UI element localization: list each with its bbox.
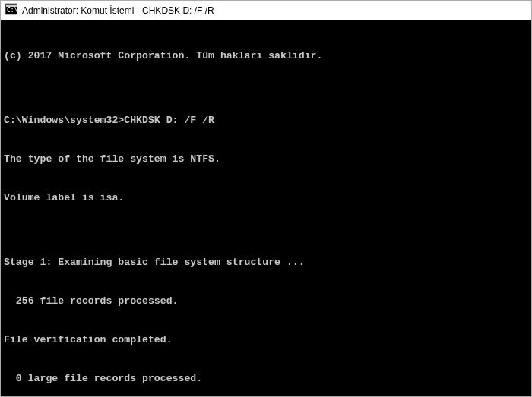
terminal-output[interactable]: (c) 2017 Microsoft Corporation. Tüm hakl… — [1, 20, 531, 396]
command-prompt-window: C:\ Administrator: Komut İstemi - CHKDSK… — [0, 0, 532, 397]
output-line: Volume label is isa. — [4, 191, 528, 204]
output-line: (c) 2017 Microsoft Corporation. Tüm hakl… — [4, 49, 528, 62]
output-line: 256 file records processed. — [4, 295, 528, 307]
output-line: The type of the file system is NTFS. — [4, 153, 528, 165]
cmd-icon: C:\ — [5, 3, 17, 18]
output-line: 0 large file records processed. — [4, 372, 528, 385]
titlebar[interactable]: C:\ Administrator: Komut İstemi - CHKDSK… — [1, 1, 531, 20]
output-line: File verification completed. — [4, 333, 528, 346]
output-line: C:\Windows\system32>CHKDSK D: /F /R — [4, 114, 528, 127]
output-line: Stage 1: Examining basic file system str… — [4, 256, 528, 269]
window-title: Administrator: Komut İstemi - CHKDSK D: … — [22, 5, 214, 16]
svg-text:C:\: C:\ — [7, 7, 17, 14]
